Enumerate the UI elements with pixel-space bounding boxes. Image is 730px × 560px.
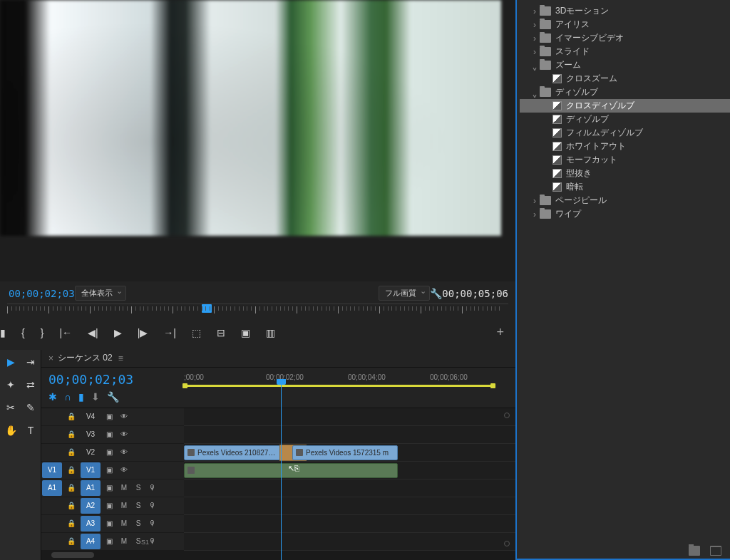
sequence-tab[interactable]: × シーケンス 02 ≡: [41, 350, 515, 368]
disclosure-arrow-icon[interactable]: [530, 33, 540, 43]
track-lane[interactable]: [184, 408, 515, 426]
effects-folder[interactable]: ズーム: [520, 58, 730, 72]
disclosure-arrow-icon[interactable]: [530, 209, 540, 219]
track-select-tool[interactable]: ⇥: [23, 354, 38, 370]
panel-menu-icon[interactable]: ≡: [118, 353, 123, 363]
lock-track-icon[interactable]: 🔒: [63, 502, 80, 509]
mute-button[interactable]: M: [117, 537, 131, 545]
sync-lock-icon[interactable]: ▣: [101, 502, 117, 509]
go-to-out-button[interactable]: →|: [163, 327, 176, 338]
play-button[interactable]: ▶: [114, 327, 122, 338]
disclosure-arrow-icon[interactable]: [530, 85, 540, 99]
lift-button[interactable]: ⬚: [192, 327, 201, 338]
track-lane[interactable]: [184, 515, 515, 533]
mark-out-button[interactable]: }: [41, 327, 44, 338]
source-patch[interactable]: [42, 409, 62, 425]
close-tab-icon[interactable]: ×: [48, 353, 53, 363]
effects-folder[interactable]: ディゾルブ: [520, 85, 730, 99]
disclosure-arrow-icon[interactable]: [530, 6, 540, 16]
timeline-timecode[interactable]: 00;00;02;03: [48, 372, 177, 387]
mute-button[interactable]: M: [117, 484, 131, 492]
add-marker-button[interactable]: ▮: [0, 327, 6, 338]
step-forward-button[interactable]: |▶: [138, 327, 148, 338]
track-target[interactable]: A2: [81, 498, 101, 514]
selection-tool[interactable]: ▶: [3, 354, 19, 370]
lock-track-icon[interactable]: 🔒: [63, 519, 80, 527]
track-lane[interactable]: [184, 533, 515, 551]
delete-icon[interactable]: [710, 546, 721, 556]
timeline-settings-icon[interactable]: ⬇: [91, 391, 100, 403]
track-lane[interactable]: [184, 497, 515, 515]
track-target[interactable]: A4: [81, 534, 101, 549]
lock-track-icon[interactable]: 🔒: [63, 537, 80, 545]
effects-folder[interactable]: ワイプ: [520, 207, 730, 221]
disclosure-arrow-icon[interactable]: [530, 20, 540, 30]
sync-lock-icon[interactable]: ▣: [101, 484, 117, 492]
mark-in-button[interactable]: {: [21, 327, 25, 338]
source-patch[interactable]: [42, 445, 62, 460]
add-marker-icon[interactable]: ▮: [78, 391, 84, 403]
playhead-timecode[interactable]: 00;00;02;03: [9, 288, 75, 299]
timeline-ruler[interactable]: ;00;0000;00;02;0000;00;04;0000;00;06;00: [184, 368, 515, 408]
solo-button[interactable]: S: [131, 484, 145, 492]
track-content[interactable]: Pexels Videos 210827…Pexels Videos 15723…: [184, 408, 515, 551]
voice-record-icon[interactable]: 🎙: [145, 502, 160, 509]
toggle-track-output-icon[interactable]: 👁: [117, 448, 131, 456]
effects-folder[interactable]: スライド: [520, 45, 730, 58]
toggle-track-output-icon[interactable]: 👁: [117, 413, 131, 420]
monitor-ruler[interactable]: [7, 304, 508, 319]
ripple-edit-tool[interactable]: ✦: [3, 377, 19, 393]
lock-track-icon[interactable]: 🔒: [63, 413, 80, 420]
effects-item[interactable]: 暗転: [520, 180, 730, 194]
lock-track-icon[interactable]: 🔒: [63, 466, 80, 474]
disclosure-arrow-icon[interactable]: [530, 58, 540, 72]
effects-item[interactable]: ディゾルブ: [520, 113, 730, 126]
zoom-fit-dropdown[interactable]: 全体表示: [75, 286, 126, 301]
track-lane[interactable]: [184, 479, 515, 497]
go-to-in-button[interactable]: |←: [59, 327, 72, 338]
mute-button[interactable]: M: [117, 519, 131, 527]
sync-lock-icon[interactable]: ▣: [101, 413, 117, 420]
voice-record-icon[interactable]: 🎙: [145, 484, 160, 492]
lock-track-icon[interactable]: 🔒: [63, 448, 80, 456]
track-target[interactable]: V2: [81, 445, 101, 460]
video-clip[interactable]: Pexels Videos 210827…: [184, 445, 292, 460]
source-patch[interactable]: [42, 498, 62, 514]
effects-folder[interactable]: 3Dモーション: [520, 4, 730, 18]
work-area-bar[interactable]: [184, 385, 494, 387]
source-patch[interactable]: [42, 427, 62, 442]
track-target[interactable]: V4: [81, 409, 101, 425]
razor-tool[interactable]: ✂: [3, 400, 19, 415]
effects-item[interactable]: 型抜き: [520, 167, 730, 180]
type-tool[interactable]: T: [23, 422, 38, 438]
source-patch[interactable]: A1: [42, 480, 62, 496]
track-lane[interactable]: [184, 426, 515, 444]
comparison-button[interactable]: ▥: [266, 327, 275, 338]
button-editor-icon[interactable]: +: [496, 325, 504, 340]
toggle-track-output-icon[interactable]: 👁: [117, 430, 131, 438]
lock-track-icon[interactable]: 🔒: [63, 430, 80, 438]
video-clip[interactable]: Pexels Videos 1572315 m: [292, 445, 398, 460]
mute-button[interactable]: M: [117, 502, 131, 509]
extract-button[interactable]: ⊟: [217, 327, 225, 338]
new-bin-icon[interactable]: [689, 546, 700, 556]
timeline-zoom-scrollbar[interactable]: [41, 551, 515, 560]
solo-button[interactable]: S: [131, 519, 145, 527]
audio-clip[interactable]: [184, 463, 398, 478]
effects-folder[interactable]: イマーシブビデオ: [520, 31, 730, 45]
source-patch[interactable]: [42, 516, 62, 532]
hand-tool[interactable]: ✋: [3, 422, 19, 438]
rolling-edit-tool[interactable]: ⇄: [23, 377, 38, 393]
track-lane[interactable]: [184, 462, 515, 479]
solo-button[interactable]: S: [131, 502, 145, 509]
effects-item[interactable]: クロスズーム: [520, 72, 730, 85]
track-target[interactable]: V3: [81, 427, 101, 442]
effects-folder[interactable]: ページピール: [520, 194, 730, 207]
step-back-button[interactable]: ◀|: [88, 327, 98, 338]
pen-tool[interactable]: ✎: [23, 400, 38, 415]
sync-lock-icon[interactable]: ▣: [101, 466, 117, 474]
effects-item[interactable]: モーフカット: [520, 153, 730, 167]
effects-folder[interactable]: アイリス: [520, 18, 730, 31]
sync-lock-icon[interactable]: ▣: [101, 448, 117, 456]
scroll-indicator[interactable]: [504, 541, 510, 546]
